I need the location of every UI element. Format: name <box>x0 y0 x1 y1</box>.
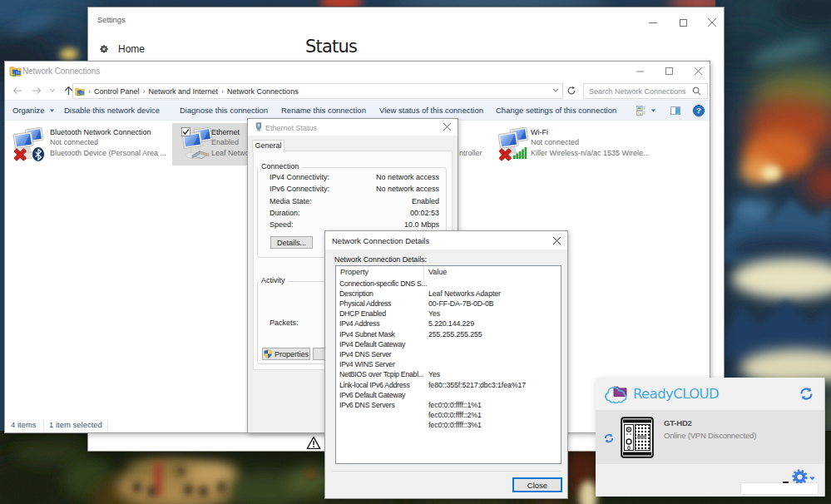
back-button[interactable] <box>11 81 24 100</box>
table-cell: fe80::355f:5217:dbc3:1fea%17 <box>428 381 526 389</box>
adapter-device: Bluetooth Device (Personal Area ... <box>50 149 166 157</box>
toolbar-change-settings[interactable]: Change settings of this connection <box>496 101 616 120</box>
table-cell: Yes <box>428 309 440 318</box>
table-cell: fec0:0:0:ffff::3%1 <box>428 421 482 429</box>
search-box[interactable]: Search Network Connections <box>583 83 708 99</box>
details-table[interactable]: Property Value Connection-specific DNS S… <box>335 265 561 464</box>
details-button[interactable]: Details... <box>270 236 313 249</box>
item-checkbox[interactable] <box>181 127 190 136</box>
dialog-separator <box>332 471 561 472</box>
breadcrumb-separator: › <box>85 87 94 96</box>
details-dialog-close-button[interactable] <box>546 233 567 249</box>
toolbar-view-status[interactable]: View status of this connection <box>379 101 483 120</box>
readycloud-brand: ReadyCLOUD <box>633 386 719 402</box>
eth-dialog-close-button[interactable] <box>436 119 458 135</box>
row-label: IPv4 Connectivity: <box>270 173 329 181</box>
nc-window-title: Network Connections <box>22 67 100 76</box>
table-cell: Yes <box>428 370 440 378</box>
network-folder-icon <box>9 65 22 77</box>
connection-group-label: Connection <box>259 162 302 171</box>
eth-dialog-titlebar[interactable]: Ethernet Status <box>248 119 458 136</box>
tiles-view-icon <box>636 106 646 116</box>
organize-label: Organize <box>12 106 45 115</box>
eth-dialog-title: Ethernet Status <box>265 124 317 132</box>
details-dialog-titlebar[interactable]: Network Connection Details <box>325 231 567 250</box>
adapter-device-fragment: ntroller <box>459 149 482 157</box>
adapter-bluetooth[interactable]: Bluetooth Network Connection Not connect… <box>12 126 171 167</box>
settings-window-title: Settings <box>97 15 126 24</box>
refresh-icon[interactable] <box>799 387 814 401</box>
row-value: 10.0 Mbps <box>404 220 439 229</box>
maximize-icon <box>665 67 673 75</box>
breadcrumb-control-panel[interactable]: Control Panel <box>94 87 140 96</box>
help-button[interactable]: ? <box>693 101 705 120</box>
search-placeholder: Search Network Connections <box>589 87 692 96</box>
row-label: Speed: <box>270 220 294 229</box>
row-label: IPv6 Connectivity: <box>270 185 329 193</box>
recent-pages-button[interactable] <box>47 81 57 100</box>
refresh-button[interactable] <box>563 81 580 100</box>
column-header-property[interactable]: Property <box>340 268 369 276</box>
adapter-name: Bluetooth Network Connection <box>50 128 151 136</box>
preview-pane-icon <box>670 106 680 115</box>
minimize-icon <box>636 67 644 75</box>
settings-close-button[interactable] <box>700 14 725 31</box>
nc-close-button[interactable] <box>685 62 710 79</box>
caret-down-icon[interactable] <box>809 477 815 481</box>
toolbar-rename-connection[interactable]: Rename this connection <box>281 101 366 120</box>
row-value: 00:02:53 <box>410 209 439 217</box>
device-name: GT-HD2 <box>664 418 692 427</box>
nc-maximize-button[interactable] <box>656 62 681 79</box>
warning-icon <box>306 436 321 450</box>
nc-address-bar: › Control Panel › Network and Internet ›… <box>5 81 710 100</box>
address-dropdown-button[interactable] <box>550 81 561 100</box>
readycloud-device-row[interactable]: GT-HD2 Online (VPN Disconnected) <box>596 410 824 464</box>
back-arrow-icon <box>12 86 22 95</box>
nas-device-image <box>621 417 654 458</box>
column-divider <box>423 267 424 279</box>
table-cell: IPv4 WINS Server <box>339 360 428 368</box>
toolbar-disable-device[interactable]: Disable this network device <box>64 101 160 120</box>
table-cell: fec0:0:0:ffff::2%1 <box>428 411 482 419</box>
views-button[interactable] <box>636 101 656 120</box>
sync-icon[interactable] <box>604 433 614 443</box>
settings-maximize-button[interactable] <box>670 14 695 31</box>
column-header-value[interactable]: Value <box>428 268 447 276</box>
nc-minimize-button[interactable] <box>627 62 652 79</box>
packets-label: Packets: <box>270 319 299 327</box>
table-cell: 00-FF-DA-7B-0D-0B <box>428 299 493 308</box>
table-cell: IPv4 Address <box>339 319 428 328</box>
tab-general[interactable]: General <box>252 140 284 152</box>
forward-button[interactable] <box>30 81 43 100</box>
properties-label: Properties <box>275 350 309 358</box>
preview-pane-button[interactable] <box>670 101 680 120</box>
breadcrumb-network-connections[interactable]: Network Connections <box>227 87 299 96</box>
settings-minimize-button[interactable] <box>641 14 665 31</box>
row-label: Media State: <box>270 197 312 205</box>
readycloud-header: ReadyCLOUD <box>596 378 824 410</box>
settings-nav-home[interactable]: Home <box>99 43 145 55</box>
breadcrumb[interactable]: › Control Panel › Network and Internet ›… <box>72 83 563 99</box>
table-cell: fec0:0:0:ffff::1%1 <box>428 401 482 409</box>
caret-down-icon <box>49 109 55 112</box>
table-cell: IPv6 DNS Servers <box>339 401 428 409</box>
status-items-count: 4 items <box>11 420 37 429</box>
close-icon <box>708 18 716 27</box>
table-cell: Connection-specific DNS S... <box>339 279 428 288</box>
close-icon <box>695 67 702 75</box>
up-arrow-icon <box>64 86 73 96</box>
activity-group-label: Activity <box>259 276 288 285</box>
organize-menu[interactable]: Organize <box>12 101 55 120</box>
adapter-wifi[interactable]: Wi-Fi Not connected Killer Wireless-n/a/… <box>497 126 656 167</box>
toolbar-diagnose-connection[interactable]: Diagnose this connection <box>180 101 268 120</box>
breadcrumb-network-and-internet[interactable]: Network and Internet <box>149 87 219 96</box>
wifi-adapter-icon <box>497 127 531 162</box>
statusbar-divider <box>43 420 44 431</box>
nc-titlebar[interactable]: Network Connections <box>5 62 710 81</box>
row-value: Enabled <box>412 197 439 205</box>
properties-button[interactable]: Properties <box>262 348 310 360</box>
table-cell: IPv6 Default Gateway <box>339 391 428 399</box>
breadcrumb-separator: › <box>140 87 149 96</box>
adapter-name: Ethernet <box>211 128 240 136</box>
close-button[interactable]: Close <box>512 477 562 492</box>
